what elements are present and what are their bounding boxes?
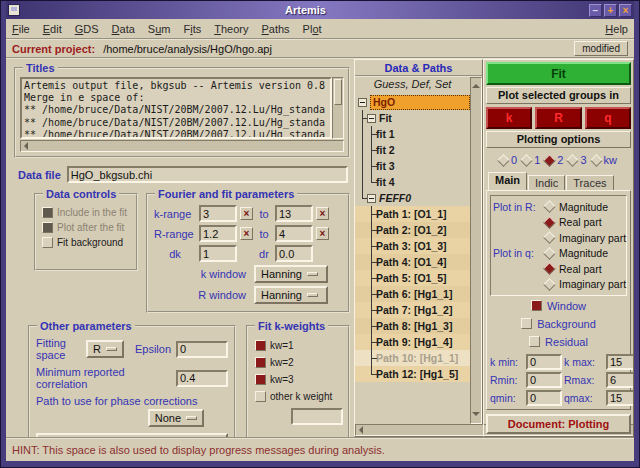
tree-node-path8[interactable]: Path 8: [Hg1_3] <box>355 318 470 334</box>
menu-file[interactable]: File <box>12 23 30 35</box>
fit-button[interactable]: Fit <box>486 62 631 85</box>
menu-edit[interactable]: Edit <box>43 23 62 35</box>
radio-r-real-part[interactable]: Real part <box>493 215 624 231</box>
dr-input[interactable] <box>275 245 313 262</box>
scroll-up-icon[interactable] <box>471 78 481 88</box>
tree-node-feff0[interactable]: FEFF0 <box>355 190 470 206</box>
tab-main[interactable]: Main <box>488 172 527 190</box>
menu-theory[interactable]: Theory <box>214 23 248 35</box>
qmin-input[interactable] <box>526 390 562 406</box>
r-range-min-input[interactable] <box>199 225 237 242</box>
data-file-input[interactable] <box>67 166 348 183</box>
modified-button[interactable]: modified <box>574 41 628 56</box>
titles-textarea[interactable]: Artemis output file, bkgsub -- Artemis v… <box>20 77 332 139</box>
tree-node-path10[interactable]: Path 10: [Hg1_1] <box>355 350 470 366</box>
titles-vertical-scrollbar[interactable] <box>332 77 344 139</box>
checkbox-include-in-fit[interactable]: Include in the fit <box>42 207 130 218</box>
radio-q-imaginary-part[interactable]: Imaginary part <box>493 277 624 293</box>
menu-plot[interactable]: Plot <box>303 23 322 35</box>
tree-vertical-scrollbar[interactable] <box>470 77 482 424</box>
radio-kweight-2[interactable] <box>543 154 556 167</box>
collapse-icon[interactable] <box>367 194 376 203</box>
collapse-icon[interactable] <box>367 114 376 123</box>
checkbox-plot-after-fit[interactable]: Plot after the fit <box>42 222 130 233</box>
kmin-input[interactable] <box>526 354 562 370</box>
tree-node-path7[interactable]: Path 7: [Hg1_2] <box>355 302 470 318</box>
menu-data[interactable]: Data <box>112 23 135 35</box>
tree-node-fit[interactable]: Fit <box>355 110 470 126</box>
scroll-left-icon[interactable] <box>356 425 634 435</box>
scroll-left-icon[interactable] <box>21 141 354 151</box>
min-correlation-input[interactable] <box>176 370 228 387</box>
tree-selected-label[interactable]: HgO <box>370 95 470 110</box>
tree-node-path4[interactable]: Path 4: [O1_4] <box>355 254 470 270</box>
tree-node-path9[interactable]: Path 9: [Hg1_4] <box>355 334 470 350</box>
checkbox-other-k-weight[interactable]: other k weight <box>255 391 343 402</box>
scroll-down-icon[interactable] <box>471 413 481 423</box>
clear-icon[interactable]: × <box>316 207 329 220</box>
plot-in-r-button[interactable]: R <box>535 107 581 129</box>
rmin-input[interactable] <box>526 372 562 388</box>
tree-node-path3[interactable]: Path 3: [O1_3] <box>355 238 470 254</box>
k-range-min-input[interactable] <box>199 205 237 222</box>
qmax-input[interactable] <box>606 390 634 406</box>
r-window-select[interactable]: Hanning <box>254 286 328 304</box>
document-fitting-parameters-button[interactable]: Document: Fitting parameters <box>36 433 228 437</box>
radio-kweight-kw[interactable] <box>590 154 603 167</box>
minimize-button[interactable]: − <box>589 4 602 17</box>
menu-help[interactable]: Help <box>605 23 628 35</box>
radio-kweight-3[interactable] <box>567 154 580 167</box>
clear-icon[interactable]: × <box>316 227 329 240</box>
collapse-icon[interactable] <box>358 98 367 107</box>
k-range-max-input[interactable] <box>275 205 313 222</box>
plot-in-q-button[interactable]: q <box>585 107 631 129</box>
menu-gds[interactable]: GDS <box>75 23 99 35</box>
radio-q-magnitude[interactable]: Plot in q: Magnitude <box>493 246 624 262</box>
clear-icon[interactable]: × <box>240 207 253 220</box>
rmax-input[interactable] <box>606 372 634 388</box>
maximize-button[interactable]: + <box>604 4 617 17</box>
menu-sum[interactable]: Sum <box>148 23 171 35</box>
plot-in-k-button[interactable]: k <box>486 107 532 129</box>
tree-node-path12[interactable]: Path 12: [Hg1_5] <box>355 366 470 382</box>
close-button[interactable]: × <box>619 4 632 17</box>
checkbox-kw3[interactable]: kw=3 <box>255 374 343 385</box>
radio-r-magnitude[interactable]: Plot in R: Magnitude <box>493 199 624 215</box>
tree-node-fit4[interactable]: fit 4 <box>355 174 470 190</box>
r-range-max-input[interactable] <box>275 225 313 242</box>
tree-node-fit3[interactable]: fit 3 <box>355 158 470 174</box>
tree-node-path5[interactable]: Path 5: [O1_5] <box>355 270 470 286</box>
tree-node-path2[interactable]: Path 2: [O1_2] <box>355 222 470 238</box>
checkbox-window[interactable]: Window <box>490 297 627 314</box>
phase-correction-select[interactable]: None <box>148 409 204 427</box>
radio-kweight-0[interactable] <box>497 154 510 167</box>
checkbox-residual[interactable]: Residual <box>490 333 627 350</box>
epsilon-input[interactable] <box>176 341 228 358</box>
checkbox-background[interactable]: Background <box>490 315 627 332</box>
kmax-input[interactable] <box>606 354 634 370</box>
scrollbar-thumb[interactable] <box>334 79 342 105</box>
tree-node-path1[interactable]: Path 1: [O1_1] <box>355 206 470 222</box>
tab-indic[interactable]: Indic <box>528 175 565 190</box>
radio-q-real-part[interactable]: Real part <box>493 261 624 277</box>
dk-input[interactable] <box>199 245 237 262</box>
fitting-space-select[interactable]: R <box>86 340 124 358</box>
tree-node-path6[interactable]: Path 6: [Hg1_1] <box>355 286 470 302</box>
radio-r-imaginary-part[interactable]: Imaginary part <box>493 230 624 246</box>
tree-horizontal-scrollbar[interactable] <box>355 424 634 436</box>
tab-traces[interactable]: Traces <box>566 175 613 190</box>
menu-fits[interactable]: Fits <box>183 23 201 35</box>
checkbox-fit-background[interactable]: Fit background <box>42 237 130 248</box>
tree-node-fit1[interactable]: fit 1 <box>355 126 470 142</box>
radio-kweight-1[interactable] <box>520 154 533 167</box>
checkbox-kw2[interactable]: kw=2 <box>255 357 343 368</box>
dr-label: dr <box>256 248 272 260</box>
other-k-weight-input[interactable] <box>291 408 343 425</box>
titles-horizontal-scrollbar[interactable] <box>20 140 344 152</box>
checkbox-kw1[interactable]: kw=1 <box>255 340 343 351</box>
tree-node-fit2[interactable]: fit 2 <box>355 142 470 158</box>
menu-paths[interactable]: Paths <box>261 23 289 35</box>
clear-icon[interactable]: × <box>240 227 253 240</box>
tree-node-hgo[interactable]: HgO <box>355 94 470 110</box>
k-window-select[interactable]: Hanning <box>254 265 328 283</box>
